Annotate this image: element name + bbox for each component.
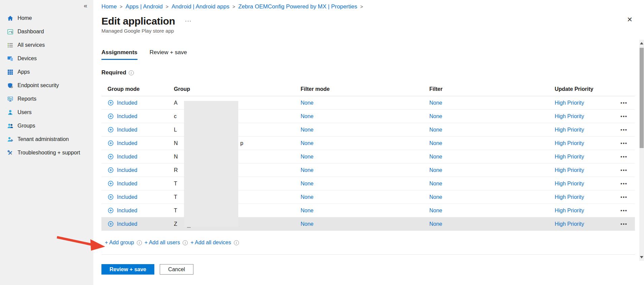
sidebar: « Home Dashboard All services Devices Ap… (0, 0, 93, 285)
row-context-menu-button[interactable]: ••• (620, 194, 627, 200)
update-priority-link[interactable]: High Priority (555, 167, 584, 173)
group-mode-link[interactable]: Included (117, 113, 137, 119)
sidebar-item-troubleshooting-support[interactable]: Troubleshooting + support (0, 146, 93, 159)
info-icon[interactable]: i (234, 240, 239, 245)
sidebar-item-reports[interactable]: Reports (0, 92, 93, 106)
row-context-menu-button[interactable]: ••• (620, 127, 627, 133)
sidebar-item-devices[interactable]: Devices (0, 52, 93, 65)
info-icon[interactable]: i (129, 70, 134, 75)
scroll-down-icon[interactable] (640, 256, 643, 258)
info-icon[interactable]: i (137, 240, 142, 245)
table-row[interactable]: Included L None None High Priority ••• (101, 123, 635, 137)
sidebar-item-tenant-administration[interactable]: Tenant administration (0, 133, 93, 146)
update-priority-link[interactable]: High Priority (555, 127, 584, 133)
group-mode-link[interactable]: Included (117, 100, 137, 106)
add-group-link[interactable]: + Add group (105, 240, 134, 246)
group-mode-link[interactable]: Included (117, 167, 137, 173)
breadcrumb-link[interactable]: Android | Android apps (172, 3, 229, 10)
more-options-icon[interactable]: ··· (185, 19, 192, 24)
scroll-up-icon[interactable] (640, 42, 643, 44)
home-icon (7, 15, 13, 22)
vertical-scrollbar[interactable] (639, 40, 644, 261)
group-mode-link[interactable]: Included (117, 127, 137, 133)
table-row[interactable]: Included A None None High Priority ••• (101, 96, 635, 110)
filter-link[interactable]: None (429, 154, 442, 159)
sidebar-item-home[interactable]: Home (0, 11, 93, 25)
add-all-devices-link[interactable]: + Add all devices (190, 240, 231, 246)
filter-link[interactable]: None (429, 221, 442, 227)
table-row[interactable]: Included Z None None High Priority ••• (101, 217, 635, 231)
included-plus-icon (108, 167, 114, 173)
update-priority-link[interactable]: High Priority (555, 113, 584, 119)
filter-mode-link[interactable]: None (301, 208, 313, 213)
row-context-menu-button[interactable]: ••• (620, 154, 627, 159)
intune-edit-application-page: « Home Dashboard All services Devices Ap… (0, 0, 644, 285)
filter-mode-link[interactable]: None (301, 140, 313, 146)
update-priority-link[interactable]: High Priority (555, 194, 584, 200)
filter-link[interactable]: None (429, 127, 442, 133)
update-priority-link[interactable]: High Priority (555, 208, 584, 213)
row-context-menu-button[interactable]: ••• (620, 141, 627, 146)
filter-mode-link[interactable]: None (301, 194, 313, 200)
review-save-button[interactable]: Review + save (101, 264, 154, 275)
table-body: Included A None None High Priority ••• I… (101, 96, 635, 231)
table-row[interactable]: Included N p None None High Priority ••• (101, 137, 635, 150)
tab-bar: Assignments Review + save (101, 49, 644, 60)
row-context-menu-button[interactable]: ••• (620, 168, 627, 173)
info-icon[interactable]: i (183, 240, 188, 245)
sidebar-collapse-icon[interactable]: « (84, 2, 87, 9)
filter-link[interactable]: None (429, 100, 442, 106)
breadcrumb-separator-icon: > (120, 4, 122, 9)
update-priority-link[interactable]: High Priority (555, 140, 584, 146)
filter-mode-link[interactable]: None (301, 113, 313, 119)
filter-mode-link[interactable]: None (301, 127, 313, 133)
table-row[interactable]: Included T None None High Priority ••• (101, 204, 635, 217)
filter-mode-link[interactable]: None (301, 100, 313, 106)
table-row[interactable]: Included N None None High Priority ••• (101, 150, 635, 164)
row-context-menu-button[interactable]: ••• (620, 114, 627, 119)
sidebar-item-endpoint-security[interactable]: Endpoint security (0, 79, 93, 92)
update-priority-link[interactable]: High Priority (555, 100, 584, 106)
breadcrumb-link[interactable]: Zebra OEMConfig Powered by MX | Properti… (238, 3, 357, 10)
filter-link[interactable]: None (429, 208, 442, 213)
filter-mode-link[interactable]: None (301, 221, 313, 227)
sidebar-item-users[interactable]: Users (0, 106, 93, 119)
group-mode-link[interactable]: Included (117, 181, 137, 187)
close-icon[interactable]: ✕ (627, 16, 633, 23)
update-priority-link[interactable]: High Priority (555, 181, 584, 186)
add-all-users-link[interactable]: + Add all users (145, 240, 180, 246)
sidebar-item-all-services[interactable]: All services (0, 38, 93, 52)
table-row[interactable]: Included c None None High Priority ••• (101, 110, 635, 123)
row-context-menu-button[interactable]: ••• (620, 221, 627, 227)
table-row[interactable]: Included R None None High Priority ••• (101, 164, 635, 177)
sidebar-item-groups[interactable]: Groups (0, 119, 93, 133)
group-mode-link[interactable]: Included (117, 194, 137, 200)
filter-link[interactable]: None (429, 140, 442, 146)
sidebar-item-dashboard[interactable]: Dashboard (0, 25, 93, 38)
breadcrumb-link[interactable]: Apps | Android (126, 3, 163, 10)
table-row[interactable]: Included T None None High Priority ••• (101, 177, 635, 190)
filter-link[interactable]: None (429, 167, 442, 173)
row-context-menu-button[interactable]: ••• (620, 181, 627, 186)
update-priority-link[interactable]: High Priority (555, 221, 584, 227)
filter-mode-link[interactable]: None (301, 154, 313, 159)
update-priority-link[interactable]: High Priority (555, 154, 584, 159)
table-row[interactable]: Included T None None High Priority ••• (101, 190, 635, 204)
tab-review-save[interactable]: Review + save (150, 49, 187, 60)
group-mode-link[interactable]: Included (117, 154, 137, 160)
row-context-menu-button[interactable]: ••• (620, 208, 627, 213)
filter-mode-link[interactable]: None (301, 167, 313, 173)
filter-link[interactable]: None (429, 113, 442, 119)
tab-assignments[interactable]: Assignments (101, 49, 137, 60)
group-mode-link[interactable]: Included (117, 208, 137, 214)
group-mode-link[interactable]: Included (117, 140, 137, 146)
scrollbar-thumb[interactable] (640, 48, 644, 148)
filter-link[interactable]: None (429, 194, 442, 200)
breadcrumb-link[interactable]: Home (101, 3, 117, 10)
row-context-menu-button[interactable]: ••• (620, 100, 627, 106)
group-mode-link[interactable]: Included (117, 221, 137, 227)
filter-mode-link[interactable]: None (301, 181, 313, 186)
sidebar-item-apps[interactable]: Apps (0, 65, 93, 79)
filter-link[interactable]: None (429, 181, 442, 186)
cancel-button[interactable]: Cancel (160, 264, 193, 275)
